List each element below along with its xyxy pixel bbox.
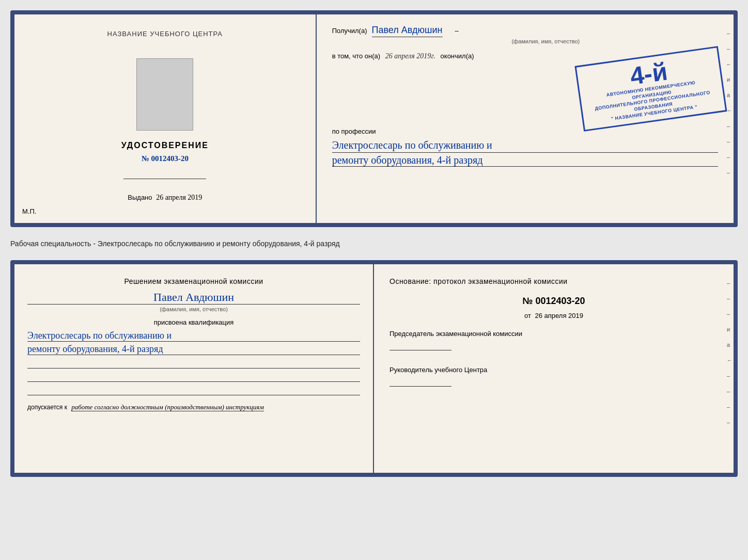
protocol-date: от 26 апреля 2019 xyxy=(389,312,718,319)
profession-line2: ремонту оборудования, 4-й разряд xyxy=(332,154,718,167)
doc-bottom-left: Решением экзаменационной комиссии Павел … xyxy=(14,264,374,473)
side-mark-10: – xyxy=(727,169,733,175)
side-mark-2: – xyxy=(727,45,733,52)
blank-line-1 xyxy=(27,357,360,369)
blank-line-3 xyxy=(27,384,360,395)
side-mark-1: – xyxy=(727,30,733,36)
protocol-date-value: 26 апреля 2019 xyxy=(535,312,584,319)
side-marks-bottom: – – – и а ← – – – – xyxy=(727,280,733,425)
finished-label: окончил(а) xyxy=(441,52,474,60)
chairman-label: Председатель экзаменационной комиссии xyxy=(389,330,718,350)
fio-hint-top: (фамилия, имя, отчество) xyxy=(332,38,718,44)
top-left-title: НАЗВАНИЕ УЧЕБНОГО ЦЕНТРА xyxy=(107,30,223,38)
director-label: Руководитель учебного Центра xyxy=(389,366,718,387)
side-mark-9: – xyxy=(727,154,733,160)
side-mark-3: – xyxy=(727,61,733,67)
stamp-box: 4-й АВТОНОМНУЮ НЕКОММЕРЧЕСКУЮ ОРГАНИЗАЦИ… xyxy=(574,46,727,132)
admitted-prefix: допускается к xyxy=(27,404,67,411)
admitted-value: работе согласно должностным (производств… xyxy=(71,403,263,411)
document-bottom: Решением экзаменационной комиссии Павел … xyxy=(10,260,738,477)
side-mark-8: – xyxy=(727,138,733,145)
issued-line: Выдано 26 апреля 2019 xyxy=(128,194,202,202)
qualification-line1: Электрослесарь по обслуживанию и xyxy=(27,330,360,342)
director-signature xyxy=(389,376,451,387)
qualification-line2: ремонту оборудования, 4-й разряд xyxy=(27,344,360,355)
recipient-prefix: Получил(а) xyxy=(332,27,367,35)
doc-bottom-right: Основание: протокол экзаменационной коми… xyxy=(374,264,734,473)
doc-top-right: Получил(а) Павел Авдюшин – (фамилия, имя… xyxy=(317,14,734,223)
profession-label: по профессии xyxy=(332,127,718,135)
blank-line-2 xyxy=(27,371,360,382)
basis-title: Основание: протокол экзаменационной коми… xyxy=(389,277,718,285)
stamp-container: 4-й АВТОНОМНУЮ НЕКОММЕРЧЕСКУЮ ОРГАНИЗАЦИ… xyxy=(579,56,723,122)
issued-date: 26 апреля 2019 xyxy=(156,194,202,201)
protocol-date-prefix: от xyxy=(524,312,531,319)
photo-placeholder xyxy=(136,58,193,131)
admitted-text: допускается к работе согласно должностны… xyxy=(27,403,360,411)
qualification-label: присвоена квалификация xyxy=(27,318,360,326)
fio-hint-bottom: (фамилия, имя, отчество) xyxy=(27,306,360,312)
middle-text: Рабочая специальность - Электрослесарь п… xyxy=(10,235,738,252)
recipient-name: Павел Авдюшин xyxy=(372,25,443,37)
side-mark-7: – xyxy=(727,123,733,129)
doc-top-left: НАЗВАНИЕ УЧЕБНОГО ЦЕНТРА УДОСТОВЕРЕНИЕ №… xyxy=(14,14,317,223)
bottom-name: Павел Авдюшин xyxy=(27,291,360,305)
side-mark-4: и xyxy=(727,76,733,83)
page-wrapper: НАЗВАНИЕ УЧЕБНОГО ЦЕНТРА УДОСТОВЕРЕНИЕ №… xyxy=(10,10,738,477)
issued-label: Выдано xyxy=(128,194,152,201)
in-that-date: 26 апреля 2019г. xyxy=(385,52,435,60)
cert-label: УДОСТОВЕРЕНИЕ xyxy=(121,141,209,150)
protocol-number: № 0012403-20 xyxy=(389,296,718,307)
mp-label: М.П. xyxy=(22,207,36,215)
side-marks-top: – – – и а ← – – – – xyxy=(727,30,733,175)
side-mark-5: а xyxy=(727,92,733,98)
side-mark-6: ← xyxy=(727,107,733,114)
decision-title: Решением экзаменационной комиссии xyxy=(27,277,360,285)
in-that-prefix: в том, что он(а) xyxy=(332,52,380,60)
cert-number: № 0012403-20 xyxy=(142,154,189,163)
document-top: НАЗВАНИЕ УЧЕБНОГО ЦЕНТРА УДОСТОВЕРЕНИЕ №… xyxy=(10,10,738,227)
profession-line1: Электрослесарь по обслуживанию и xyxy=(332,138,718,153)
chairman-signature xyxy=(389,340,451,350)
